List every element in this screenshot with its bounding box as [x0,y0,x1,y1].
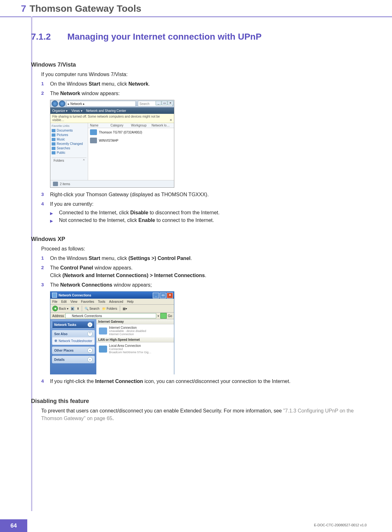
menu-item[interactable]: Tools [98,300,105,303]
xp-list: 1 On the Windows Start menu, click (Sett… [41,255,367,289]
step-number: 2 [41,264,50,279]
folder-icon [52,147,55,150]
sidebar-link[interactable]: Documents [52,129,87,132]
chevron-icon: ⌃ [87,331,93,336]
step-text: The Network window appears: [50,90,367,97]
subhead-disable: Disabling this feature [31,398,367,405]
xp-intro: Proceed as follows: [41,245,367,253]
go-button[interactable] [160,313,167,319]
folder-icon [52,138,55,141]
network-device-item[interactable]: Thomson TG787 (0732AH00J) [88,128,174,136]
sidebar-link[interactable]: Music [52,138,87,141]
menu-item[interactable]: File [52,300,57,303]
menu-item[interactable]: Advanced [109,300,123,303]
computer-icon [53,182,58,186]
panel-header[interactable]: Other Places⌄ [52,347,94,354]
step-text: If you are currently: [50,200,367,208]
list-item: 1 On the Windows Start menu, click (Sett… [41,255,367,262]
sidebar-link[interactable]: Pictures [52,133,87,137]
connection-item[interactable]: Internet ConnectionUnavailable - device … [96,324,174,337]
menu-item[interactable]: View [70,300,77,303]
list-item: 2 The Control Panel window appears.Click… [41,264,367,279]
page-number: 64 [0,519,27,532]
header-rule [0,16,392,17]
subhead-win7: Windows 7/Vista [31,62,367,68]
computer-icon [90,138,97,143]
globe-icon [99,328,107,334]
maximize-button[interactable]: ▭ [162,101,167,105]
folders-button[interactable]: 📁 Folders [102,307,117,310]
list-item: 4 If you are currently: [41,200,367,208]
minimize-button[interactable]: _ [156,101,161,105]
step-text: On the Windows Start menu, click Network… [50,80,367,88]
address-field[interactable]: Network Connections [65,313,156,318]
sidebar-link[interactable]: Public [52,151,87,154]
list-item: 3 Right-click your Thomson Gateway (disp… [41,191,367,198]
panel-header[interactable]: Details⌄ [52,356,94,363]
win7-intro: If you computer runs Windows 7/Vista: [41,71,367,78]
panel-header[interactable]: Network Tasks⌄ [52,321,94,328]
favorite-links-heading: Favorite Links [52,124,87,127]
folders-toggle[interactable]: Folders^ [52,158,87,163]
sub-item: ▶Connected to the Internet, click Disabl… [50,210,367,216]
network-sharing-center-button[interactable]: Network and Sharing Center [86,109,126,113]
chevron-up-icon: ^ [83,159,85,162]
step-number: 1 [41,80,50,88]
organize-menu[interactable]: Organize ▾ [52,109,67,113]
step-text: The Control Panel window appears.Click (… [50,264,367,279]
chevron-icon: ⌄ [87,348,93,353]
network-computer-item[interactable]: WINVISTAHP [88,136,174,145]
views-button[interactable]: ▦▾ [123,307,127,310]
section-heading: 7.1.2 Managing your Internet connection … [31,32,367,42]
chapter-header: 7 Thomson Gateway Tools [0,0,392,16]
subhead-xp: Windows XP [31,236,367,243]
folder-icon [52,151,55,154]
back-button[interactable]: ◄Back▾ [52,306,68,311]
close-button[interactable]: ✕ [168,101,173,105]
chapter-number: 7 [21,3,26,14]
list-item: 4 If you right-click the Internet Connec… [41,378,367,385]
maximize-button[interactable]: ▭ [160,293,166,298]
forward-button[interactable]: ► [71,307,74,310]
chapter-title: Thomson Gateway Tools [29,3,141,14]
search-button[interactable]: 🔍 Search [85,307,99,310]
step-text: The Network Connections window appears; [50,281,367,289]
side-panel: Other Places⌄ [52,347,95,354]
group-header: LAN or High-Speed Internet [96,337,174,342]
column-headers[interactable]: NameCategoryWorkgroupNetwork lo… [88,123,174,128]
nic-icon [99,346,107,353]
step-number: 3 [41,281,50,289]
back-button[interactable] [52,101,58,107]
panel-header[interactable]: See Also⌃ [52,330,94,337]
sidebar-link[interactable]: Searches [52,146,87,150]
menu-item[interactable]: Edit [61,300,67,303]
up-button[interactable]: ⬆ [77,307,79,310]
section-title: Managing your Internet connection with U… [67,32,261,42]
close-button[interactable]: ✕ [167,293,173,298]
sidebar-link[interactable]: Recently Changed [52,142,87,146]
screenshot-vista-network: ▸Network▸ Search _ ▭ ✕ Organize ▾ Views … [50,100,367,188]
info-bar[interactable]: File sharing is turned off. Some network… [50,114,174,123]
window-icon [52,293,57,298]
panel-link[interactable]: 🛠Network Troubleshooter [54,339,93,343]
connection-item[interactable]: Local Area ConnectionConnectedBroadcom N… [96,342,174,355]
go-label: Go [168,314,172,318]
win7-sublist: ▶Connected to the Internet, click Disabl… [50,210,367,223]
step-text: Right-click your Thomson Gateway (displa… [50,191,367,198]
address-bar[interactable]: ▸Network▸ [66,101,136,107]
document-id: E-DOC-CTC-20080527-0012 v1.0 [314,523,367,527]
menu-item[interactable]: Favorites [81,300,94,303]
device-icon [90,129,97,135]
window-title: Network Connections [59,294,91,297]
forward-button[interactable] [59,101,65,107]
menu-item[interactable]: Help [127,300,134,303]
xp-list-cont: 4 If you right-click the Internet Connec… [41,378,367,385]
menu-bar: File Edit View Favorites Tools Advanced … [50,299,174,305]
toolbar: ◄Back▾ ► ⬆ 🔍 Search 📁 Folders ▦▾ [50,305,174,313]
folder-icon [52,133,55,137]
address-label: Address [52,314,64,318]
disable-text: To prevent that users can connect/discon… [41,407,367,422]
minimize-button[interactable]: _ [153,293,159,298]
views-menu[interactable]: Views ▾ [71,109,82,113]
step-number: 4 [41,378,50,385]
